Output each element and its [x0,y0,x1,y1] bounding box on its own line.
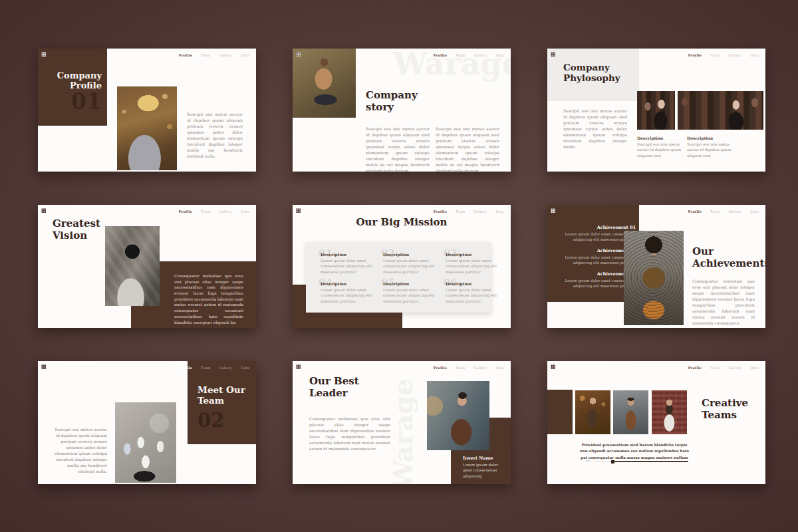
title-line: Meet Our [198,385,245,396]
title-line: Achievements [692,258,765,270]
nav-item-profile: Profile [179,366,192,370]
slider-track-dark [614,461,688,462]
photo-woman-leopard-coat [624,231,684,325]
slide-greatest-vision[interactable]: ProfileTeamGalleryData Greatest Vision C… [38,205,256,328]
nav-item-gallery: Gallery [473,366,487,370]
description-text: Lorem ipsum dolor amet consectetuer adip… [446,258,503,275]
slide-our-best-leader[interactable]: Warage ProfileTeamGalleryData Our Best L… [293,361,511,484]
nav-item-profile: Profile [434,366,447,370]
nav-item-team: Team [201,209,210,213]
plaid-logo-icon [41,208,46,213]
nav-item-data: Data [495,53,504,57]
description-label: Description [446,281,503,286]
slide-title: Meet Our Team [198,385,245,406]
body-text: Consequatur molestiae quo eros sint plac… [174,273,243,325]
slide-company-profile[interactable]: ProfileTeamGalleryData Company Profile 0… [38,49,256,172]
photo-member-1 [575,390,610,434]
slider-value-label: 0% [586,460,591,463]
slide-company-story[interactable]: Warage ProfileTeamGalleryData Company st… [293,49,511,172]
nav-item-gallery: Gallery [219,53,232,57]
nav-item-data: Data [750,53,759,57]
body-text: Suscipit eos iste metus auctor id dapibu… [563,108,627,150]
title-line: Phylosophy [563,73,620,84]
description-text: Lorem ipsum dolor amet consectetuer adip… [446,287,503,304]
nav-item-gallery: Gallery [728,53,741,57]
nav-item-gallery: Gallery [728,209,741,213]
plaid-logo-icon [551,208,555,213]
slide-company-phylosophy[interactable]: ProfileTeamGalleryData Company Phylosoph… [547,49,765,172]
nav-item-team: Team [456,53,465,57]
warage-watermark-vertical: Warage [387,361,418,484]
name-text: Lorem ipsum dolor amet consectetuer adip… [463,462,504,479]
brown-edge-block [547,390,573,434]
slide-nav: ProfileTeamGalleryData [179,53,249,57]
description-text: Lorem ipsum dolor amet consectetuer adip… [383,287,440,304]
slide-title: Company story [366,90,418,113]
plaid-logo-icon [551,52,555,57]
leader-name-block: Insert Name Lorem ipsum dolor amet conse… [463,456,504,479]
section-number: 02 [198,409,224,432]
nav-item-team: Team [201,366,210,370]
slide-meet-our-team[interactable]: ProfileTeamGalleryData Meet Our Team 02 … [38,361,256,484]
plaid-logo-icon [551,364,555,369]
nav-item-profile: Profile [179,209,192,213]
title-line: Leader [309,388,359,400]
nav-item-gallery: Gallery [728,366,741,370]
photo-member-3 [652,390,687,434]
body-text: Suscipit eos metus auctor id dapibus qua… [50,426,107,474]
nav-item-profile: Profile [179,53,192,57]
description-label: Description [446,252,503,257]
title-line: Greatest [53,218,100,230]
title-line: Company [563,63,620,73]
title-line: Company [366,90,418,102]
description-text: Lorem ipsum dolor amet consectetuer adip… [321,258,378,275]
nav-item-gallery: Gallery [219,209,232,213]
plaid-logo-icon [296,364,301,369]
description-block-2: Description Suscipit eos iste metus auct… [687,136,735,158]
plaid-logo-icon [296,52,301,57]
slide-title: Creative Teams [702,398,748,421]
nav-item-data: Data [241,53,249,57]
slide-title: Our Achievements [692,246,765,269]
plaid-logo-icon [296,208,301,213]
nav-item-team: Team [710,53,720,57]
description-text: Suscipit eos iste metus auctor id dapibu… [637,142,685,158]
nav-item-profile: Profile [688,53,702,57]
nav-item-gallery: Gallery [473,209,487,213]
body-text-col1: Suscipit eos iste metus auctor id dapibu… [366,126,430,172]
nav-item-data: Data [750,366,759,370]
slide-our-achievements[interactable]: ProfileTeamGalleryData Achievement 01 Lo… [547,205,765,328]
nav-item-team: Team [201,53,210,57]
slide-title: Our Big Mission [293,217,511,229]
photo-woman-sitting-field [293,49,356,118]
description-block-1: Description Suscipit eos iste metus auct… [637,136,685,158]
slide-nav: ProfileTeamGalleryData [688,53,759,57]
description-label: Description [637,136,685,140]
slide-nav: ProfileTeamGalleryData [688,366,759,370]
slide-title: Company Phylosophy [563,63,620,84]
mission-item: 05 Description Lorem ipsum dolor amet co… [383,281,440,304]
title-line: Creative [702,398,748,410]
slide-nav: ProfileTeamGalleryData [434,366,504,370]
slide-nav: ProfileTeamGalleryData [179,209,249,213]
photo-woman-gray-coat [117,86,177,170]
nav-item-profile: Profile [434,209,447,213]
progress-slider[interactable]: 0% [586,460,692,464]
nav-item-profile: Profile [434,53,447,57]
body-text-col2: Suscipit eos iste metus auctor id dapibu… [436,126,499,172]
nav-item-data: Data [495,366,504,370]
body-text: Consequatur molestiae quo eros sint plac… [309,416,390,452]
slide-nav: ProfileTeamGalleryData [434,53,504,57]
description-label: Description [687,136,735,140]
mission-item: 01 Description Lorem ipsum dolor amet co… [321,252,378,275]
nav-item-data: Data [241,366,249,370]
template-preview-canvas: ProfileTeamGalleryData Company Profile 0… [0,0,798,532]
plaid-logo-icon [41,52,46,57]
title-line: story [366,102,418,114]
nav-item-data: Data [750,209,759,213]
slide-our-big-mission[interactable]: ProfileTeamGalleryData Our Big Mission 0… [293,205,511,328]
nav-item-team: Team [456,366,465,370]
slides-grid: ProfileTeamGalleryData Company Profile 0… [38,49,765,484]
slide-creative-teams[interactable]: ProfileTeamGalleryData Creative Teams Pr… [547,361,765,484]
mission-item: 04 Description Lorem ipsum dolor amet co… [321,281,378,304]
